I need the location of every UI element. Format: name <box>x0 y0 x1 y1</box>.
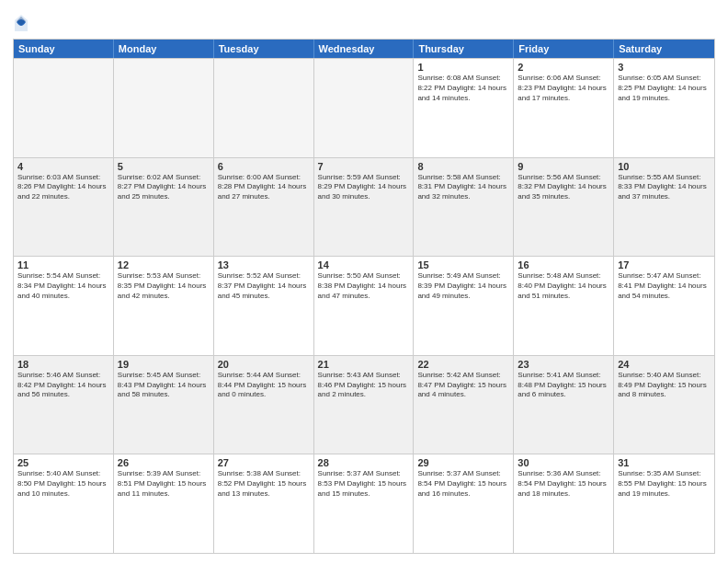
day-number: 23 <box>518 359 609 370</box>
day-number: 11 <box>17 259 109 270</box>
day-number: 26 <box>118 457 210 468</box>
cal-cell: 6Sunrise: 6:00 AM Sunset: 8:28 PM Daylig… <box>214 158 314 257</box>
cell-info-text: Sunrise: 5:49 AM Sunset: 8:39 PM Dayligh… <box>417 271 509 301</box>
day-number: 9 <box>518 161 609 172</box>
cell-info-text: Sunrise: 5:41 AM Sunset: 8:48 PM Dayligh… <box>518 371 609 400</box>
day-number: 1 <box>417 62 509 73</box>
cal-header-tuesday: Tuesday <box>214 40 314 58</box>
cell-info-text: Sunrise: 5:36 AM Sunset: 8:54 PM Dayligh… <box>518 469 609 499</box>
logo-icon <box>13 13 29 33</box>
cal-cell: 7Sunrise: 5:59 AM Sunset: 8:29 PM Daylig… <box>314 158 415 257</box>
cal-header-monday: Monday <box>114 40 214 58</box>
day-number: 21 <box>318 359 410 370</box>
calendar-page: SundayMondayTuesdayWednesdayThursdayFrid… <box>0 0 728 563</box>
day-number: 24 <box>618 359 711 370</box>
cell-info-text: Sunrise: 5:40 AM Sunset: 8:50 PM Dayligh… <box>17 469 109 499</box>
day-number: 27 <box>218 457 310 468</box>
day-number: 2 <box>518 62 609 73</box>
cal-cell: 16Sunrise: 5:48 AM Sunset: 8:40 PM Dayli… <box>514 257 614 355</box>
cell-info-text: Sunrise: 5:42 AM Sunset: 8:47 PM Dayligh… <box>417 371 509 400</box>
day-number: 3 <box>618 62 711 73</box>
day-number: 31 <box>618 457 711 468</box>
cell-info-text: Sunrise: 5:55 AM Sunset: 8:33 PM Dayligh… <box>618 173 711 202</box>
cal-cell: 4Sunrise: 6:03 AM Sunset: 8:26 PM Daylig… <box>14 158 114 257</box>
day-number: 16 <box>518 259 609 270</box>
cell-info-text: Sunrise: 5:44 AM Sunset: 8:44 PM Dayligh… <box>218 371 310 400</box>
calendar: SundayMondayTuesdayWednesdayThursdayFrid… <box>13 39 715 554</box>
day-number: 8 <box>417 161 509 172</box>
cell-info-text: Sunrise: 5:54 AM Sunset: 8:34 PM Dayligh… <box>17 271 109 301</box>
day-number: 4 <box>17 161 109 172</box>
day-number: 25 <box>17 457 109 468</box>
cal-cell: 27Sunrise: 5:38 AM Sunset: 8:52 PM Dayli… <box>214 454 314 553</box>
cell-info-text: Sunrise: 6:08 AM Sunset: 8:22 PM Dayligh… <box>417 74 509 103</box>
cal-cell: 2Sunrise: 6:06 AM Sunset: 8:23 PM Daylig… <box>514 59 614 157</box>
day-number: 30 <box>518 457 609 468</box>
cell-info-text: Sunrise: 6:00 AM Sunset: 8:28 PM Dayligh… <box>218 173 310 202</box>
cell-info-text: Sunrise: 5:59 AM Sunset: 8:29 PM Dayligh… <box>318 173 410 202</box>
cal-row-4: 18Sunrise: 5:46 AM Sunset: 8:42 PM Dayli… <box>14 355 714 454</box>
day-number: 29 <box>417 457 509 468</box>
cell-info-text: Sunrise: 5:39 AM Sunset: 8:51 PM Dayligh… <box>118 469 210 499</box>
day-number: 28 <box>318 457 410 468</box>
cell-info-text: Sunrise: 5:56 AM Sunset: 8:32 PM Dayligh… <box>518 173 609 202</box>
cal-cell <box>214 59 314 157</box>
cal-cell: 18Sunrise: 5:46 AM Sunset: 8:42 PM Dayli… <box>14 356 114 454</box>
cell-info-text: Sunrise: 5:46 AM Sunset: 8:42 PM Dayligh… <box>17 371 109 400</box>
cal-cell: 1Sunrise: 6:08 AM Sunset: 8:22 PM Daylig… <box>414 59 514 157</box>
cell-info-text: Sunrise: 5:37 AM Sunset: 8:53 PM Dayligh… <box>318 469 410 499</box>
calendar-header-row: SundayMondayTuesdayWednesdayThursdayFrid… <box>14 40 714 58</box>
cal-header-wednesday: Wednesday <box>314 40 415 58</box>
day-number: 20 <box>218 359 310 370</box>
cell-info-text: Sunrise: 5:45 AM Sunset: 8:43 PM Dayligh… <box>118 371 210 400</box>
cal-row-3: 11Sunrise: 5:54 AM Sunset: 8:34 PM Dayli… <box>14 256 714 355</box>
cal-header-thursday: Thursday <box>414 40 514 58</box>
cal-row-2: 4Sunrise: 6:03 AM Sunset: 8:26 PM Daylig… <box>14 157 714 257</box>
cal-cell: 30Sunrise: 5:36 AM Sunset: 8:54 PM Dayli… <box>514 454 614 553</box>
cell-info-text: Sunrise: 6:05 AM Sunset: 8:25 PM Dayligh… <box>618 74 711 103</box>
cal-cell: 5Sunrise: 6:02 AM Sunset: 8:27 PM Daylig… <box>114 158 214 257</box>
day-number: 6 <box>218 161 310 172</box>
cal-cell: 23Sunrise: 5:41 AM Sunset: 8:48 PM Dayli… <box>514 356 614 454</box>
day-number: 18 <box>17 359 109 370</box>
cell-info-text: Sunrise: 6:06 AM Sunset: 8:23 PM Dayligh… <box>518 74 609 103</box>
day-number: 12 <box>118 259 210 270</box>
day-number: 15 <box>417 259 509 270</box>
cal-cell: 8Sunrise: 5:58 AM Sunset: 8:31 PM Daylig… <box>414 158 514 257</box>
cal-cell: 14Sunrise: 5:50 AM Sunset: 8:38 PM Dayli… <box>314 257 415 355</box>
cal-cell: 26Sunrise: 5:39 AM Sunset: 8:51 PM Dayli… <box>114 454 214 553</box>
day-number: 7 <box>318 161 410 172</box>
day-number: 10 <box>618 161 711 172</box>
day-number: 5 <box>118 161 210 172</box>
cell-info-text: Sunrise: 5:35 AM Sunset: 8:55 PM Dayligh… <box>618 469 711 499</box>
cal-cell <box>114 59 214 157</box>
cal-header-saturday: Saturday <box>614 40 714 58</box>
cell-info-text: Sunrise: 5:53 AM Sunset: 8:35 PM Dayligh… <box>118 271 210 301</box>
cal-cell: 25Sunrise: 5:40 AM Sunset: 8:50 PM Dayli… <box>14 454 114 553</box>
cal-cell: 29Sunrise: 5:37 AM Sunset: 8:54 PM Dayli… <box>414 454 514 553</box>
day-number: 19 <box>118 359 210 370</box>
cal-cell: 28Sunrise: 5:37 AM Sunset: 8:53 PM Dayli… <box>314 454 415 553</box>
day-number: 22 <box>417 359 509 370</box>
cal-cell: 19Sunrise: 5:45 AM Sunset: 8:43 PM Dayli… <box>114 356 214 454</box>
cal-cell: 17Sunrise: 5:47 AM Sunset: 8:41 PM Dayli… <box>614 257 714 355</box>
cal-cell: 31Sunrise: 5:35 AM Sunset: 8:55 PM Dayli… <box>614 454 714 553</box>
cal-cell: 15Sunrise: 5:49 AM Sunset: 8:39 PM Dayli… <box>414 257 514 355</box>
cal-header-sunday: Sunday <box>14 40 114 58</box>
cal-cell <box>14 59 114 157</box>
cal-cell: 11Sunrise: 5:54 AM Sunset: 8:34 PM Dayli… <box>14 257 114 355</box>
cell-info-text: Sunrise: 5:47 AM Sunset: 8:41 PM Dayligh… <box>618 271 711 301</box>
cal-cell: 22Sunrise: 5:42 AM Sunset: 8:47 PM Dayli… <box>414 356 514 454</box>
day-number: 14 <box>318 259 410 270</box>
cell-info-text: Sunrise: 6:02 AM Sunset: 8:27 PM Dayligh… <box>118 173 210 202</box>
cell-info-text: Sunrise: 6:03 AM Sunset: 8:26 PM Dayligh… <box>17 173 109 202</box>
cal-cell: 21Sunrise: 5:43 AM Sunset: 8:46 PM Dayli… <box>314 356 415 454</box>
cell-info-text: Sunrise: 5:40 AM Sunset: 8:49 PM Dayligh… <box>618 371 711 400</box>
header <box>13 9 715 33</box>
day-number: 13 <box>218 259 310 270</box>
cell-info-text: Sunrise: 5:50 AM Sunset: 8:38 PM Dayligh… <box>318 271 410 301</box>
cal-cell: 9Sunrise: 5:56 AM Sunset: 8:32 PM Daylig… <box>514 158 614 257</box>
day-number: 17 <box>618 259 711 270</box>
logo <box>13 13 31 33</box>
cal-cell: 24Sunrise: 5:40 AM Sunset: 8:49 PM Dayli… <box>614 356 714 454</box>
